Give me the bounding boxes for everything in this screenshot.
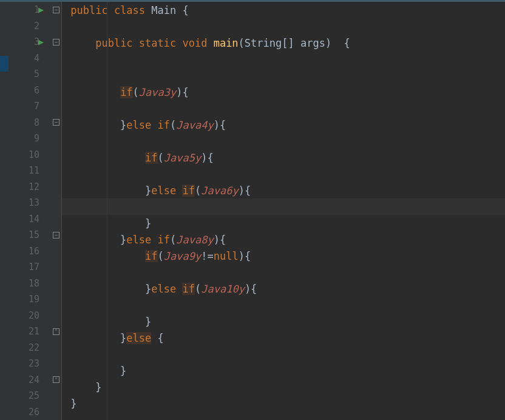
run-line-icon[interactable]: ▶ — [38, 38, 44, 47]
fold-toggle-icon[interactable] — [53, 119, 59, 126]
code-line[interactable]: public static void main(String[] args) { — [62, 35, 505, 51]
code-line[interactable] — [62, 133, 505, 149]
code-line[interactable]: } — [62, 362, 505, 379]
gutter-line[interactable]: 24 — [8, 372, 61, 388]
code-line[interactable]: }else { — [62, 330, 505, 346]
gutter-line[interactable]: 18 — [8, 276, 61, 292]
code-token: } — [64, 398, 76, 410]
code-line[interactable] — [62, 264, 505, 280]
gutter-line[interactable]: 7 — [8, 98, 61, 115]
line-number: 21 — [29, 326, 39, 337]
line-number: 24 — [29, 374, 39, 385]
code-line[interactable] — [62, 166, 505, 182]
line-number: 26 — [29, 407, 39, 418]
gutter-line[interactable]: 25 — [8, 388, 61, 404]
code-token: Java8y — [176, 234, 213, 246]
code-token: else if — [126, 119, 170, 131]
gutter-line[interactable]: 2 — [8, 18, 61, 35]
code-token: ){ — [214, 119, 226, 131]
code-token: { — [151, 332, 163, 344]
code-line[interactable] — [62, 297, 505, 313]
code-token: if — [145, 152, 157, 164]
code-line[interactable]: if(Java9y!=null){ — [62, 248, 505, 264]
gutter-line[interactable]: 19 — [8, 291, 61, 308]
code-token: if — [182, 185, 194, 197]
editor-gutter[interactable]: 1▶23▶45678910111213141516171819202122232… — [8, 2, 62, 420]
code-token — [64, 250, 145, 262]
line-number: 6 — [34, 85, 39, 96]
code-area[interactable]: public class Main { public static void m… — [62, 2, 505, 420]
code-token — [64, 152, 145, 164]
gutter-line[interactable]: 12 — [8, 179, 61, 195]
fold-toggle-icon[interactable] — [53, 328, 59, 335]
gutter-line[interactable]: 1▶ — [8, 2, 61, 18]
code-token: else — [126, 332, 151, 344]
code-token: } — [64, 283, 151, 295]
gutter-line[interactable]: 5 — [8, 66, 61, 83]
gutter-line[interactable]: 11 — [8, 163, 61, 179]
fold-toggle-icon[interactable] — [53, 376, 59, 383]
code-line[interactable]: } — [62, 215, 505, 231]
run-line-icon[interactable]: ▶ — [38, 5, 44, 15]
code-token: ){ — [214, 234, 226, 246]
code-line[interactable]: }else if(Java10y){ — [62, 280, 505, 297]
code-line[interactable]: } — [62, 395, 505, 412]
gutter-line[interactable]: 3▶ — [8, 34, 61, 50]
gutter-line[interactable]: 20 — [8, 308, 61, 324]
code-token: } — [64, 119, 126, 131]
code-line[interactable]: } — [62, 379, 505, 395]
gutter-line[interactable]: 26 — [8, 404, 61, 421]
gutter-line[interactable]: 15 — [8, 227, 61, 243]
code-line[interactable] — [62, 51, 505, 67]
code-token: else — [151, 283, 182, 295]
code-token: } — [64, 217, 151, 229]
fold-toggle-icon[interactable] — [53, 39, 59, 46]
gutter-line[interactable]: 21 — [8, 323, 61, 340]
gutter-line[interactable]: 4 — [8, 50, 61, 67]
code-token: } — [64, 316, 151, 328]
line-number: 18 — [29, 278, 39, 289]
code-token: ){ — [245, 283, 257, 295]
fold-toggle-icon[interactable] — [53, 7, 59, 13]
code-token: } — [64, 185, 151, 197]
code-token: else if — [126, 234, 170, 246]
code-line[interactable] — [62, 346, 505, 362]
code-token: ( — [133, 86, 139, 98]
gutter-line[interactable]: 22 — [8, 340, 61, 356]
gutter-line[interactable]: 16 — [8, 243, 61, 260]
code-line[interactable] — [62, 412, 505, 420]
code-token: ){ — [176, 86, 188, 98]
code-token: ( — [170, 234, 176, 246]
gutter-line[interactable]: 6 — [8, 83, 61, 99]
line-number: 25 — [29, 390, 39, 401]
code-line[interactable]: }else if(Java4y){ — [62, 117, 505, 133]
code-line[interactable] — [62, 100, 505, 117]
fold-toggle-icon[interactable] — [53, 232, 59, 239]
line-number: 19 — [29, 294, 39, 305]
code-token: } — [64, 381, 101, 393]
code-token: } — [64, 234, 126, 246]
code-line[interactable]: if(Java3y){ — [62, 84, 505, 100]
code-token — [64, 4, 70, 16]
code-line[interactable] — [62, 67, 505, 84]
code-line[interactable]: }else if(Java6y){ — [62, 182, 505, 198]
code-line[interactable]: } — [62, 313, 505, 330]
code-line[interactable]: public class Main { — [62, 2, 505, 18]
gutter-line[interactable]: 8 — [8, 115, 61, 131]
code-token: (String[] args) { — [239, 37, 350, 49]
code-token: Java9y — [164, 250, 201, 262]
gutter-line[interactable]: 13 — [8, 195, 61, 211]
gutter-line[interactable]: 17 — [8, 259, 61, 276]
gutter-line[interactable]: 14 — [8, 211, 61, 228]
code-line[interactable]: }else if(Java8y){ — [62, 231, 505, 248]
code-token: main — [214, 37, 239, 49]
code-editor: 1▶23▶45678910111213141516171819202122232… — [0, 2, 505, 420]
code-line[interactable] — [62, 18, 505, 35]
indent-guide-ruler — [107, 2, 107, 420]
gutter-line[interactable]: 23 — [8, 356, 61, 372]
line-number: 16 — [29, 246, 39, 257]
code-line[interactable] — [62, 198, 505, 215]
code-line[interactable]: if(Java5y){ — [62, 149, 505, 166]
gutter-line[interactable]: 10 — [8, 147, 61, 163]
gutter-line[interactable]: 9 — [8, 130, 61, 147]
